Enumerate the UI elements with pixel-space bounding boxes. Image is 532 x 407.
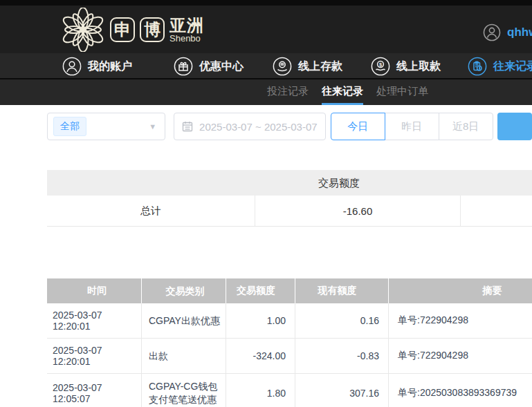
gift-icon [174,57,193,76]
header-type: 交易类别 [142,278,226,303]
nav-item-records[interactable]: 往来记录 [468,53,532,79]
tab-betting-records[interactable]: 投注记录 [267,79,309,105]
summary-total-value: -16.60 [255,196,460,226]
header-amount: 交易额度 [226,278,295,303]
summary-total-row: 总计 -16.60 [47,196,532,227]
today-button[interactable]: 今日 [331,113,385,140]
calendar-icon [182,121,193,132]
main-nav: 我的账户 优惠中心 线上存款 $ 线上取款 [0,53,532,79]
table-row: 2025-03-07 12:20:01 出款 -324.00 -0.83 单号:… [47,339,532,374]
user-avatar-icon [483,23,501,41]
account-icon [62,57,82,76]
nav-item-my-account[interactable]: 我的账户 [62,53,132,79]
nav-label: 线上存款 [298,59,342,74]
site-logo[interactable]: 申 博 亚洲 Shenbo [61,8,204,52]
nav-item-deposit[interactable]: 线上存款 [273,53,342,79]
cell-amount: 1.80 [226,374,295,407]
header-summary: 摘要 [389,278,532,303]
search-button[interactable] [497,113,532,140]
sub-tabs: 投注记录 往来记录 处理中订单 [0,79,532,105]
header-balance: 现有额度 [295,278,389,303]
tab-transaction-records[interactable]: 往来记录 [322,79,363,105]
transactions-table: 时间 交易类别 交易额度 现有额度 摘要 2025-03-07 12:20:01… [47,278,532,407]
nav-item-withdraw[interactable]: $ 线上取款 [371,53,441,79]
user-area[interactable]: qhhw [483,23,532,41]
cell-amount: 1.00 [226,303,295,338]
cell-type: CGPAY出款优惠 [142,303,226,338]
nav-label: 往来记录 [493,59,532,74]
cell-summary: 单号:722904298 [389,339,532,373]
cell-balance: -0.83 [295,339,389,373]
cell-time: 2025-03-07 12:05:07 [47,374,142,407]
nav-label: 线上取款 [396,59,441,74]
logo-char-2: 博 [140,17,165,42]
yesterday-button[interactable]: 昨日 [385,113,439,140]
nav-item-promotions[interactable]: 优惠中心 [174,53,244,79]
summary-total-label: 总计 [47,196,255,226]
last-8-days-button[interactable]: 近8日 [439,113,493,140]
quick-date-buttons: 今日 昨日 近8日 [331,113,493,140]
flower-logo-icon [61,8,105,52]
summary-header: 交易额度 [47,170,532,196]
table-header-row: 时间 交易类别 交易额度 现有额度 摘要 [47,278,532,303]
date-range-value: 2025-03-07 ~ 2025-03-07 [199,121,318,133]
table-row: 2025-03-07 12:05:07 CGPAY-CG钱包支付笔笔送优惠 1.… [47,374,532,407]
nav-label: 优惠中心 [199,59,244,74]
cell-summary: 单号:202503083893369739 [389,374,532,407]
date-range-input[interactable]: 2025-03-07 ~ 2025-03-07 [174,113,326,140]
chevron-down-icon: ▼ [149,122,156,131]
cell-time: 2025-03-07 12:20:01 [47,303,142,338]
username[interactable]: qhhw [507,26,532,39]
logo-char-1: 申 [110,17,135,42]
logo-subtitle: Shenbo [169,34,204,44]
type-select[interactable]: 全部 ▼ [47,113,165,140]
tab-processing-orders[interactable]: 处理中订单 [376,79,428,105]
cell-balance: 307.16 [295,374,389,407]
table-row: 2025-03-07 12:20:01 CGPAY出款优惠 1.00 0.16 … [47,303,532,339]
cell-type: 出款 [142,339,226,373]
records-icon [468,57,487,76]
filter-row: 全部 ▼ 2025-03-07 ~ 2025-03-07 今日 昨日 近8日 [47,113,532,140]
top-strip [0,0,532,6]
nav-label: 我的账户 [88,59,132,74]
logo-region-text: 亚洲 [169,17,204,34]
summary-empty-cell [460,196,532,226]
cell-type: CGPAY-CG钱包支付笔笔送优惠 [142,374,226,407]
summary-table: 交易额度 总计 -16.60 [47,170,532,227]
site-header: 申 博 亚洲 Shenbo qhhw [0,6,532,53]
deposit-icon [273,57,292,76]
cell-summary: 单号:722904298 [389,303,532,338]
cell-time: 2025-03-07 12:20:01 [47,339,142,373]
type-select-tag[interactable]: 全部 [53,117,86,136]
header-time: 时间 [47,278,142,303]
cell-balance: 0.16 [295,303,389,338]
cell-amount: -324.00 [226,339,295,373]
withdraw-icon: $ [371,57,390,76]
